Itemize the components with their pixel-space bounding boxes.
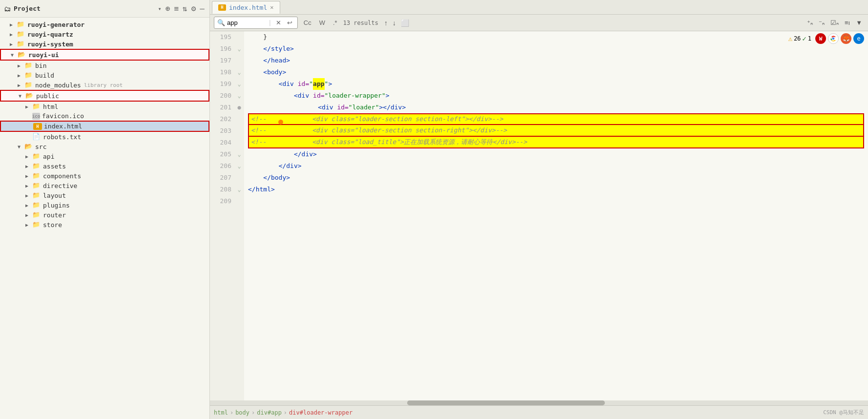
filter-button[interactable]: ▼ xyxy=(854,18,864,27)
sidebar-item-robots[interactable]: ▶ 📄 robots.txt xyxy=(0,132,209,142)
code-text xyxy=(248,66,263,78)
gutter-200[interactable]: ⌄ xyxy=(234,90,244,102)
gutter-209 xyxy=(234,195,244,207)
line-num-202: 202 xyxy=(212,113,231,125)
sidebar-item-node-modules[interactable]: ▶ 📁 node_modules library root xyxy=(0,80,209,90)
tree-arrow: ▼ xyxy=(19,93,24,99)
gutter-196[interactable]: ⌄ xyxy=(234,43,244,55)
unknown-browser-button[interactable]: W xyxy=(815,33,826,44)
gutter-208[interactable]: ⌄ xyxy=(234,184,244,195)
breadcrumb-sep: › xyxy=(251,409,255,416)
firefox-button[interactable]: 🦊 xyxy=(841,33,851,44)
code-attr: id= xyxy=(337,102,348,113)
sidebar-item-label: store xyxy=(43,221,62,229)
sidebar-item-plugins[interactable]: ▶ 📁 plugins xyxy=(0,200,209,210)
code-val-highlight: app xyxy=(313,78,324,90)
line-num-203: 203 xyxy=(212,125,231,137)
ico-file-icon: ico xyxy=(32,113,40,120)
sidebar-item-label: layout xyxy=(43,192,66,199)
tab-index-html[interactable]: H index.html ✕ xyxy=(212,1,280,14)
folder-icon: 📁 xyxy=(32,182,41,189)
gutter-202 xyxy=(234,113,244,125)
sidebar-item-favicon[interactable]: ▶ ico favicon.ico xyxy=(0,111,209,121)
sidebar-folder-icon: 🗂 xyxy=(4,5,11,13)
minimize-icon[interactable]: — xyxy=(199,3,206,14)
line-num-199: 199 xyxy=(212,78,231,90)
search-input[interactable] xyxy=(227,19,266,26)
sidebar-item-ruoyi-quartz[interactable]: ▶ 📁 ruoyi-quartz xyxy=(0,29,209,39)
gutter-198[interactable]: ⌄ xyxy=(234,66,244,78)
tree-arrow: ▶ xyxy=(18,83,23,88)
horizontal-scroll-thumb[interactable] xyxy=(407,400,604,405)
code-area[interactable]: } </style> </head> <body> <div id="app"> xyxy=(244,31,868,400)
sidebar-item-label: api xyxy=(43,153,54,160)
match-case-button[interactable]: Cc xyxy=(302,18,313,27)
sidebar-item-index-html[interactable]: ▶ H index.html xyxy=(0,121,209,132)
folder-icon: 📁 xyxy=(32,152,41,160)
sidebar-item-ruoyi-ui[interactable]: ▼ 📂 ruoyi-ui xyxy=(0,49,209,61)
tree-arrow: ▶ xyxy=(18,73,23,78)
tree-arrow: ▶ xyxy=(25,154,31,159)
sidebar-item-html[interactable]: ▶ 📁 html xyxy=(0,102,209,111)
sidebar-header-dropdown-icon[interactable]: ▾ xyxy=(158,5,162,12)
folder-icon: 📁 xyxy=(17,40,25,48)
gutter-205[interactable]: ⌄ xyxy=(234,148,244,160)
sidebar-item-directive[interactable]: ▶ 📁 directive xyxy=(0,181,209,190)
tab-close-button[interactable]: ✕ xyxy=(270,4,273,11)
sort-icon[interactable]: ⇅ xyxy=(182,3,188,14)
check-count: 1 xyxy=(808,35,811,42)
add-icon[interactable]: ⊕ xyxy=(165,3,171,14)
code-tag: > xyxy=(386,90,390,102)
chrome-button[interactable] xyxy=(828,33,839,44)
breadcrumb-html[interactable]: html xyxy=(214,409,228,416)
breadcrumb-sep: › xyxy=(284,409,287,416)
gutter-207 xyxy=(234,172,244,184)
sidebar-item-label: ruoyi-ui xyxy=(28,51,59,59)
horizontal-scrollbar[interactable] xyxy=(210,400,868,405)
tree-arrow: ▶ xyxy=(25,173,31,179)
edge-button[interactable]: e xyxy=(853,33,864,44)
next-result-button[interactable]: ↓ xyxy=(391,19,398,27)
sidebar-item-ruoyi-generator[interactable]: ▶ 📁 ruoyi-generator xyxy=(0,20,209,29)
breadcrumb-div-app[interactable]: div#app xyxy=(257,409,282,416)
exclude-occurrence-button[interactable]: ⁻ₙ xyxy=(817,18,827,27)
add-occurrence-button[interactable]: ⁺ₙ xyxy=(805,18,815,27)
sidebar-item-api[interactable]: ▶ 📁 api xyxy=(0,151,209,161)
sidebar-item-build[interactable]: ▶ 📁 build xyxy=(0,70,209,80)
layout-icon[interactable]: ≡ xyxy=(173,3,180,14)
sidebar-item-src[interactable]: ▼ 📂 src xyxy=(0,142,209,151)
breadcrumb: html › body › div#app › div#loader-wrapp… xyxy=(214,409,823,416)
sidebar-item-components[interactable]: ▶ 📁 components xyxy=(0,171,209,181)
code-line-195: } xyxy=(248,31,864,43)
sidebar-item-ruoyi-system[interactable]: ▶ 📁 ruoyi-system xyxy=(0,39,209,49)
gutter-199[interactable]: ⌄ xyxy=(234,78,244,90)
sidebar-item-bin[interactable]: ▶ 📁 bin xyxy=(0,61,209,70)
clear-search-button[interactable]: ✕ xyxy=(274,18,283,27)
whole-word-button[interactable]: W xyxy=(317,18,327,27)
code-tag: <div xyxy=(279,78,298,90)
folder-open-icon: 📂 xyxy=(25,92,34,100)
regex-button[interactable]: .* xyxy=(331,18,339,27)
breadcrumb-sep: › xyxy=(230,409,233,416)
line-num-201: 201 xyxy=(212,102,231,113)
pin-button[interactable]: ≡ı xyxy=(843,18,852,27)
settings-icon[interactable]: ⚙ xyxy=(190,3,197,14)
sidebar-item-layout[interactable]: ▶ 📁 layout xyxy=(0,190,209,200)
breadcrumb-div-loader-wrapper[interactable]: div#loader-wrapper xyxy=(289,409,352,416)
sidebar-item-router[interactable]: ▶ 📁 router xyxy=(0,210,209,220)
breadcrumb-body[interactable]: body xyxy=(235,409,249,416)
folder-open-icon: 📂 xyxy=(18,51,26,59)
search-input-wrap: 🔍 | ✕ ↩ xyxy=(214,17,298,29)
sidebar-item-public[interactable]: ▼ 📂 public xyxy=(0,90,209,102)
line-num-200: 200 xyxy=(212,90,231,102)
code-text xyxy=(248,172,263,184)
prev-result-button[interactable]: ↑ xyxy=(382,19,390,27)
search-history-button[interactable]: ↩ xyxy=(285,18,294,27)
code-line-208: </html> xyxy=(248,184,864,195)
open-in-find-button[interactable]: ⬜ xyxy=(399,19,411,27)
gutter-206[interactable]: ⌄ xyxy=(234,160,244,172)
sidebar-item-assets[interactable]: ▶ 📁 assets xyxy=(0,161,209,171)
select-all-occurrences-button[interactable]: ☑ₙ xyxy=(828,18,841,27)
sidebar-item-store[interactable]: ▶ 📁 store xyxy=(0,220,209,230)
code-text xyxy=(248,90,294,102)
